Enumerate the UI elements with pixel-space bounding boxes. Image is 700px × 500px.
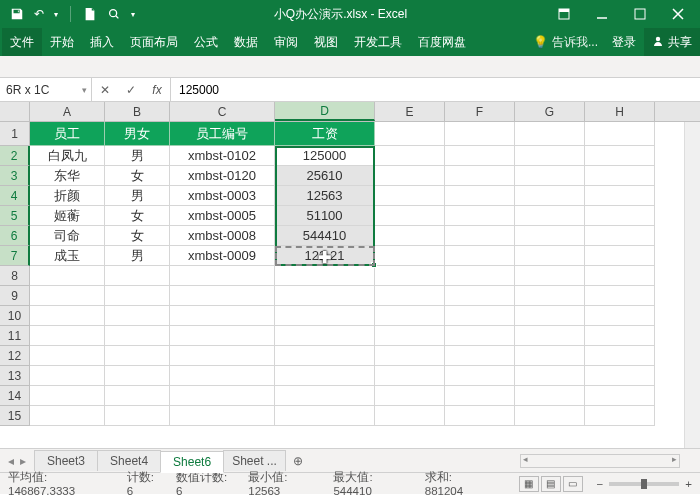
cell[interactable] — [170, 286, 275, 306]
cell[interactable] — [515, 326, 585, 346]
row-header[interactable]: 9 — [0, 286, 30, 306]
zoom-out-icon[interactable]: − — [597, 478, 604, 490]
cell[interactable] — [515, 266, 585, 286]
cell[interactable] — [445, 366, 515, 386]
cell[interactable]: 男 — [105, 146, 170, 166]
cell[interactable] — [585, 246, 655, 266]
cell[interactable]: 女 — [105, 166, 170, 186]
col-header-G[interactable]: G — [515, 102, 585, 121]
row-header[interactable]: 7 — [0, 246, 30, 266]
cell[interactable] — [30, 266, 105, 286]
cell[interactable] — [585, 326, 655, 346]
cell[interactable] — [445, 122, 515, 146]
cell[interactable] — [30, 386, 105, 406]
cell[interactable] — [170, 406, 275, 426]
cell[interactable] — [585, 206, 655, 226]
cell[interactable] — [105, 306, 170, 326]
cell[interactable] — [170, 366, 275, 386]
cell[interactable]: 女 — [105, 226, 170, 246]
cell[interactable] — [515, 286, 585, 306]
horizontal-scrollbar[interactable]: ◂ ▸ — [520, 454, 680, 468]
print-preview-icon[interactable] — [107, 7, 121, 21]
cell[interactable] — [275, 306, 375, 326]
cell[interactable]: 男女 — [105, 122, 170, 146]
enter-formula-icon[interactable]: ✓ — [118, 83, 144, 97]
sheet-prev-icon[interactable]: ◂ — [8, 454, 14, 468]
cell[interactable] — [585, 346, 655, 366]
cell[interactable] — [515, 406, 585, 426]
cell[interactable] — [515, 366, 585, 386]
cell[interactable] — [515, 122, 585, 146]
row-header[interactable]: 8 — [0, 266, 30, 286]
cell[interactable] — [30, 326, 105, 346]
cell[interactable] — [375, 306, 445, 326]
cell[interactable] — [445, 386, 515, 406]
tab-data[interactable]: 数据 — [226, 28, 266, 56]
cell[interactable] — [515, 226, 585, 246]
cell[interactable] — [275, 326, 375, 346]
row-header[interactable]: 2 — [0, 146, 30, 166]
cell[interactable] — [515, 186, 585, 206]
cell[interactable] — [515, 346, 585, 366]
cell[interactable] — [445, 146, 515, 166]
cell[interactable] — [275, 366, 375, 386]
cell[interactable]: 51100 — [275, 206, 375, 226]
vertical-scrollbar[interactable] — [684, 122, 700, 448]
cell[interactable] — [445, 406, 515, 426]
cell[interactable] — [445, 286, 515, 306]
cell[interactable]: xmbst-0008 — [170, 226, 275, 246]
row-header[interactable]: 10 — [0, 306, 30, 326]
login-link[interactable]: 登录 — [604, 28, 644, 56]
cell[interactable]: xmbst-0005 — [170, 206, 275, 226]
cell[interactable]: 折颜 — [30, 186, 105, 206]
cell[interactable] — [445, 326, 515, 346]
col-header-B[interactable]: B — [105, 102, 170, 121]
cell[interactable]: 东华 — [30, 166, 105, 186]
cell[interactable] — [445, 306, 515, 326]
cell[interactable] — [585, 166, 655, 186]
cell[interactable] — [515, 246, 585, 266]
cell[interactable] — [375, 406, 445, 426]
cell[interactable] — [375, 346, 445, 366]
cell[interactable] — [105, 286, 170, 306]
cell[interactable]: 男 — [105, 246, 170, 266]
cell[interactable] — [105, 346, 170, 366]
cell[interactable] — [170, 326, 275, 346]
cell[interactable] — [375, 266, 445, 286]
cell[interactable]: xmbst-0009 — [170, 246, 275, 266]
cell[interactable] — [585, 266, 655, 286]
cell[interactable] — [585, 366, 655, 386]
cell[interactable]: 125000 — [275, 146, 375, 166]
cell[interactable] — [375, 226, 445, 246]
row-header[interactable]: 14 — [0, 386, 30, 406]
cell[interactable] — [585, 122, 655, 146]
row-header[interactable]: 1 — [0, 122, 30, 146]
col-header-F[interactable]: F — [445, 102, 515, 121]
cell[interactable] — [275, 386, 375, 406]
cell[interactable] — [585, 186, 655, 206]
cell[interactable]: xmbst-0102 — [170, 146, 275, 166]
cell[interactable]: 122 21 — [275, 246, 375, 266]
fx-icon[interactable]: fx — [144, 83, 170, 97]
row-header[interactable]: 12 — [0, 346, 30, 366]
row-header[interactable]: 4 — [0, 186, 30, 206]
page-layout-view-icon[interactable]: ▤ — [541, 476, 561, 492]
row-header[interactable]: 6 — [0, 226, 30, 246]
sheet-tab-3[interactable]: Sheet ... — [223, 450, 286, 471]
row-header[interactable]: 13 — [0, 366, 30, 386]
col-header-E[interactable]: E — [375, 102, 445, 121]
worksheet-grid[interactable]: A B C D E F G H 1员工男女员工编号工资2白凤九男xmbst-01… — [0, 102, 700, 448]
cell[interactable] — [105, 366, 170, 386]
undo-icon[interactable]: ↶ — [34, 7, 44, 21]
cell[interactable] — [445, 186, 515, 206]
tab-layout[interactable]: 页面布局 — [122, 28, 186, 56]
cell[interactable] — [375, 186, 445, 206]
zoom-slider[interactable] — [609, 482, 679, 486]
cell[interactable] — [375, 206, 445, 226]
view-switcher[interactable]: ▦ ▤ ▭ — [519, 476, 583, 492]
cell[interactable] — [30, 306, 105, 326]
chevron-down-icon[interactable]: ▾ — [82, 85, 87, 95]
row-header[interactable]: 3 — [0, 166, 30, 186]
tab-file[interactable]: 文件 — [2, 28, 42, 56]
cell[interactable]: 员工编号 — [170, 122, 275, 146]
